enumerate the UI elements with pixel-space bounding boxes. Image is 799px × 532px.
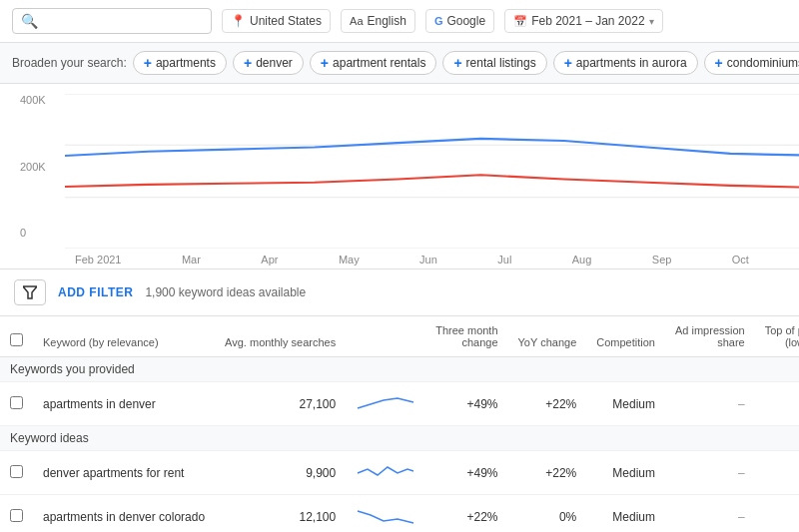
avg-monthly-cell: 27,100 [215, 382, 346, 426]
broaden-tag-label: apartments in aurora [576, 56, 687, 70]
location-filter[interactable]: 📍 United States [222, 9, 331, 33]
row-checkbox[interactable] [10, 509, 23, 522]
location-label: United States [250, 14, 322, 28]
top-bid-low-cell: $0.97 [755, 451, 799, 495]
location-icon: 📍 [231, 14, 246, 28]
table-row: apartments in denver colorado 12,100 +22… [0, 495, 799, 533]
x-label-sep: Sep [652, 254, 672, 266]
sparkline-cell [346, 495, 425, 533]
search-icon: 🔍 [21, 13, 38, 29]
date-label: Feb 2021 – Jan 2022 [531, 14, 644, 28]
x-label-oct: Oct [732, 254, 749, 266]
competition-cell: Medium [586, 451, 665, 495]
table-row: apartments in denver 27,100 +49% +22% Me… [0, 382, 799, 426]
keyword-cell: apartments in denver [33, 382, 215, 426]
date-filter[interactable]: 📅 Feb 2021 – Jan 2022 ▾ [504, 9, 662, 33]
filter-count: 1,900 keyword ideas available [145, 285, 306, 299]
chart-y-labels: 400K 200K 0 [20, 94, 46, 239]
broaden-tag-condominiums[interactable]: + condominiums in denver [704, 51, 799, 75]
ad-impression-cell: – [665, 495, 755, 533]
yoy-cell: 0% [508, 495, 587, 533]
yoy-cell: +22% [508, 451, 587, 495]
chevron-down-icon: ▾ [649, 16, 654, 27]
broaden-tag-apartments-aurora[interactable]: + apartments in aurora [553, 51, 698, 75]
row-checkbox-col[interactable] [0, 382, 33, 426]
broaden-tag-label: condominiums in denver [727, 56, 799, 70]
language-filter[interactable]: Aa English [341, 9, 415, 33]
broaden-label: Broaden your search: [12, 56, 127, 70]
section-ideas: Keyword ideas [0, 426, 799, 451]
x-label-apr: Apr [261, 254, 278, 266]
calendar-icon: 📅 [513, 15, 527, 28]
competition-cell: Medium [586, 382, 665, 426]
x-label-may: May [339, 254, 360, 266]
row-checkbox-col[interactable] [0, 451, 33, 495]
broaden-tag-label: apartment rentals [333, 56, 425, 70]
plus-icon: + [144, 55, 152, 71]
avg-monthly-cell: 12,100 [215, 495, 346, 533]
row-checkbox[interactable] [10, 396, 23, 409]
plus-icon: + [244, 55, 252, 71]
row-checkbox[interactable] [10, 465, 23, 478]
col-keyword: Keyword (by relevance) [33, 316, 215, 357]
section-ideas-label: Keyword ideas [0, 426, 799, 451]
keywords-table: Keyword (by relevance) Avg. monthly sear… [0, 316, 799, 532]
search-input[interactable]: apartments in Denver [44, 14, 203, 29]
plus-icon: + [453, 55, 461, 71]
broaden-tag-apartments[interactable]: + apartments [133, 51, 227, 75]
broaden-bar: Broaden your search: + apartments + denv… [0, 43, 799, 84]
section-provided: Keywords you provided [0, 357, 799, 382]
row-checkbox-col[interactable] [0, 495, 33, 533]
x-label-jul: Jul [497, 254, 511, 266]
chart-svg [65, 94, 799, 249]
col-top-bid-low: Top of page bid(low range) [755, 316, 799, 357]
col-ad-impression: Ad impressionshare [665, 316, 755, 357]
x-label-jun: Jun [419, 254, 437, 266]
chart-x-labels: Feb 2021 Mar Apr May Jun Jul Aug Sep Oct [20, 252, 779, 266]
header: 🔍 apartments in Denver 📍 United States A… [0, 0, 799, 43]
select-all-col[interactable] [0, 316, 33, 357]
chart-area: 400K 200K 0 Feb 2021 Mar Apr May Jun Jul… [0, 84, 799, 268]
source-icon: G [434, 15, 443, 27]
col-avg-monthly: Avg. monthly searches [215, 316, 346, 357]
language-icon: Aa [350, 15, 363, 27]
source-filter[interactable]: G Google [425, 9, 494, 33]
top-bid-low-cell: $0.94 [755, 495, 799, 533]
col-three-month: Three monthchange [425, 316, 507, 357]
keyword-cell: denver apartments for rent [33, 451, 215, 495]
plus-icon: + [715, 55, 723, 71]
col-competition: Competition [586, 316, 665, 357]
ad-impression-cell: – [665, 451, 755, 495]
select-all-checkbox[interactable] [10, 333, 23, 346]
col-sparkline [346, 316, 425, 357]
table-row: denver apartments for rent 9,900 +49% +2… [0, 451, 799, 495]
svg-marker-4 [23, 286, 37, 298]
top-bid-low-cell: $0.97 [755, 382, 799, 426]
filter-icon-button[interactable] [14, 279, 46, 305]
yoy-cell: +22% [508, 382, 587, 426]
y-label-200k: 200K [20, 161, 46, 173]
x-label-aug: Aug [572, 254, 592, 266]
x-label-feb: Feb 2021 [75, 254, 121, 266]
x-label-mar: Mar [182, 254, 201, 266]
sparkline-cell [346, 382, 425, 426]
add-filter-button[interactable]: ADD FILTER [58, 285, 133, 299]
y-label-0: 0 [20, 227, 46, 239]
competition-cell: Medium [586, 495, 665, 533]
broaden-tag-denver[interactable]: + denver [233, 51, 304, 75]
y-label-400k: 400K [20, 94, 46, 106]
broaden-tag-rental-listings[interactable]: + rental listings [442, 51, 546, 75]
broaden-tag-apartment-rentals[interactable]: + apartment rentals [310, 51, 437, 75]
three-month-cell: +49% [425, 382, 507, 426]
search-box[interactable]: 🔍 apartments in Denver [12, 8, 212, 34]
filter-funnel-icon [23, 285, 37, 299]
three-month-cell: +22% [425, 495, 507, 533]
broaden-tag-label: rental listings [466, 56, 536, 70]
section-provided-label: Keywords you provided [0, 357, 799, 382]
plus-icon: + [564, 55, 572, 71]
language-label: English [368, 14, 406, 28]
keyword-cell: apartments in denver colorado [33, 495, 215, 533]
ad-impression-cell: – [665, 382, 755, 426]
broaden-tag-label: denver [256, 56, 293, 70]
sparkline-cell [346, 451, 425, 495]
